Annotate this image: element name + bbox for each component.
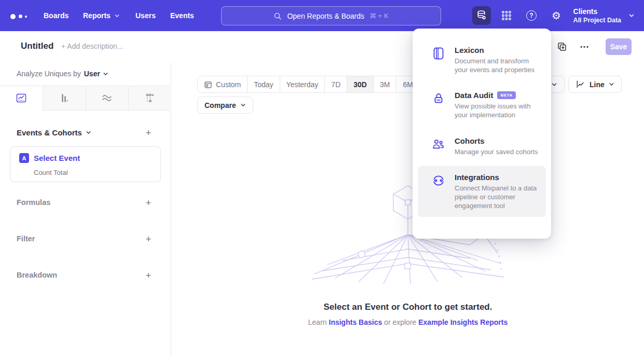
nav-item-label: Boards: [44, 11, 68, 20]
example-reports-link[interactable]: Example Insights Reports: [418, 318, 508, 326]
date-range-picker: Custom Today Yesterday 7D 30D 3M 6M: [197, 76, 420, 93]
date-range-label: 30D: [353, 80, 367, 89]
empty-state-title: Select an Event or Cohort to get started…: [172, 302, 644, 312]
org-name: Clients: [573, 7, 621, 16]
line-chart-icon: [576, 79, 585, 89]
date-range-label: Yesterday: [286, 80, 319, 89]
menu-item-description: View possible issues with your implement…: [455, 102, 539, 119]
query-builder-sidebar: Analyze Uniques by User: [0, 62, 171, 357]
date-range-label: Today: [254, 80, 273, 89]
event-series-badge: A: [19, 153, 29, 163]
integrations-sync-icon: [431, 173, 446, 188]
calendar-icon: [204, 80, 212, 89]
tab-bar-chart[interactable]: [43, 86, 86, 110]
menu-item-title: Integrations: [455, 173, 499, 182]
database-gear-icon: [475, 9, 488, 22]
report-title[interactable]: Untitled: [21, 41, 53, 51]
menu-item-cohorts[interactable]: Cohorts Manage your saved cohorts: [418, 130, 546, 163]
chevron-down-icon: [240, 102, 246, 108]
tab-line-chart[interactable]: [0, 86, 43, 111]
events-cohorts-label: Events & Cohorts: [17, 128, 82, 137]
date-range-30d[interactable]: 30D: [347, 76, 373, 92]
data-management-button[interactable]: [472, 6, 491, 25]
menu-item-integrations[interactable]: Integrations Connect Mixpanel to a data …: [418, 166, 546, 217]
line-chart-icon: [15, 92, 28, 104]
select-event-button[interactable]: Select Event: [34, 154, 80, 162]
events-cohorts-header[interactable]: Events & Cohorts: [17, 128, 91, 137]
top-navbar: Boards Reports Users Events Open Reports…: [0, 0, 644, 31]
beta-badge: BETA: [497, 91, 515, 99]
menu-item-data-audit[interactable]: Data Audit BETA View possible issues wit…: [418, 84, 546, 126]
chevron-down-icon: [609, 81, 614, 87]
count-type-dropdown[interactable]: Count Total: [34, 169, 68, 176]
compare-label: Compare: [204, 101, 236, 109]
bar-chart-icon: [58, 92, 71, 104]
add-filter-button[interactable]: +: [143, 234, 154, 244]
chevron-down-icon: [114, 13, 120, 19]
date-range-label: 6M: [403, 80, 413, 89]
audit-lock-icon: [431, 91, 446, 106]
nav-item-label: Reports: [83, 11, 111, 20]
add-breakdown-button[interactable]: +: [143, 270, 154, 281]
nav-item-label: Events: [170, 11, 194, 20]
date-range-yesterday[interactable]: Yesterday: [280, 76, 325, 92]
save-button[interactable]: Save: [606, 38, 632, 55]
nav-item-users[interactable]: Users: [135, 0, 156, 31]
tab-scatter-chart[interactable]: [128, 86, 171, 110]
project-switcher[interactable]: Clients All Project Data: [573, 0, 635, 31]
menu-item-lexicon[interactable]: Lexicon Document and transform your even…: [418, 39, 546, 81]
compare-dropdown[interactable]: Compare: [197, 97, 253, 114]
ellipsis-icon: •••: [580, 44, 590, 50]
duplicate-report-button[interactable]: [556, 40, 568, 53]
empty-state-links: Learn Insights Basics or explore Example…: [172, 318, 644, 326]
add-description-field[interactable]: + Add description...: [61, 42, 123, 50]
learn-prefix: Learn: [308, 318, 327, 326]
date-range-today[interactable]: Today: [247, 76, 279, 92]
analyze-label: Analyze Uniques by: [17, 70, 81, 78]
insights-basics-link[interactable]: Insights Basics: [329, 318, 382, 326]
date-range-7d[interactable]: 7D: [324, 76, 347, 92]
add-formula-button[interactable]: +: [143, 198, 154, 208]
nav-item-events[interactable]: Events: [170, 0, 194, 31]
search-icon: [273, 12, 282, 20]
date-range-custom[interactable]: Custom: [198, 76, 247, 92]
chart-type-tabs: [0, 86, 171, 111]
date-range-label: 3M: [380, 80, 390, 89]
menu-item-description: Manage your saved cohorts: [455, 147, 538, 156]
grid-icon: [500, 9, 513, 22]
apps-grid-button[interactable]: [497, 6, 516, 25]
date-range-label: 7D: [331, 80, 340, 89]
menu-item-title: Cohorts: [455, 136, 485, 145]
menu-item-title: Lexicon: [455, 46, 484, 54]
chart-area: Custom Today Yesterday 7D 30D 3M 6M Comp…: [172, 62, 644, 357]
global-search-input[interactable]: Open Reports & Boards ⌘ + K: [221, 6, 441, 25]
help-glyph: ?: [529, 12, 533, 19]
scatter-icon: [144, 92, 156, 104]
date-range-3m[interactable]: 3M: [373, 76, 396, 92]
chevron-down-icon: [86, 130, 91, 135]
tab-flow-chart[interactable]: [86, 86, 129, 110]
chart-type-label: Line: [590, 80, 605, 89]
gear-icon: ⚙: [552, 10, 561, 21]
formulas-label: Formulas: [17, 198, 50, 207]
chevron-down-icon: [628, 12, 635, 19]
nav-item-label: Users: [135, 11, 156, 20]
settings-button[interactable]: ⚙: [547, 6, 566, 25]
filter-label: Filter: [17, 235, 35, 243]
more-options-button[interactable]: •••: [579, 40, 591, 53]
breakdown-label: Breakdown: [17, 271, 57, 279]
nav-item-boards[interactable]: Boards: [44, 0, 68, 31]
chart-type-dropdown[interactable]: Line: [568, 76, 622, 93]
book-icon: [431, 46, 446, 61]
add-event-button[interactable]: +: [143, 128, 154, 138]
analyze-value: User: [84, 70, 100, 78]
mixpanel-logo-icon[interactable]: [10, 11, 33, 20]
help-button[interactable]: ?: [522, 6, 541, 25]
nav-item-reports[interactable]: Reports: [83, 0, 120, 31]
chevron-down-icon: [551, 81, 557, 88]
data-management-menu: Lexicon Document and transform your even…: [413, 29, 551, 239]
search-shortcut-hint: ⌘ + K: [369, 12, 389, 20]
analyze-by-dropdown[interactable]: User: [84, 70, 108, 78]
project-name: All Project Data: [573, 17, 621, 24]
event-card[interactable]: A Select Event Count Total: [10, 146, 161, 182]
